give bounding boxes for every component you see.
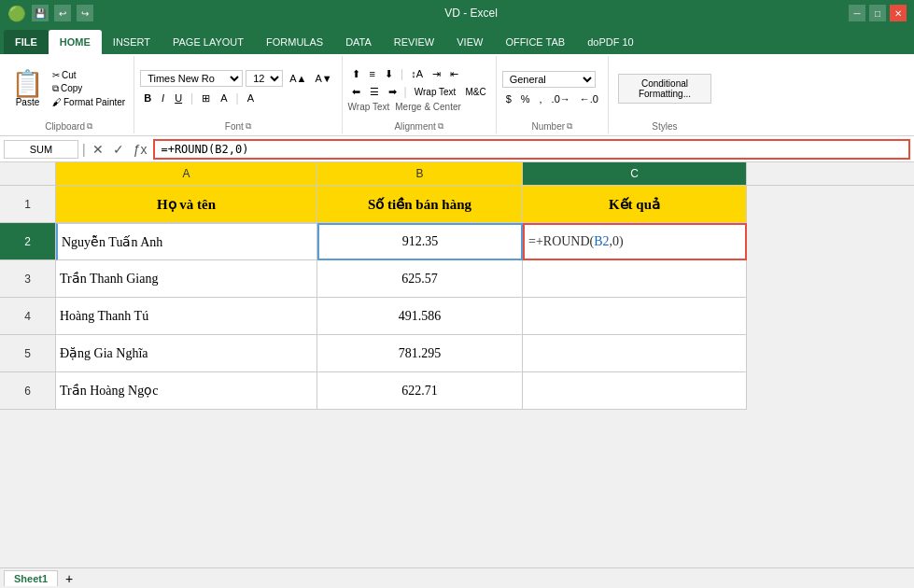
clipboard-group: 📋 Paste ✂ Cut ⧉ Copy 🖌 [4, 56, 134, 133]
row-header-3[interactable]: 3 [0, 260, 56, 298]
cell-a4[interactable]: Hoàng Thanh Tú [56, 298, 317, 335]
row-header-5[interactable]: 5 [0, 335, 56, 372]
name-box[interactable] [4, 140, 78, 159]
tab-data[interactable]: DATA [334, 30, 383, 54]
sheet-tabs: Sheet1 + [0, 567, 914, 588]
insert-function-button[interactable]: ƒx [131, 141, 150, 158]
tab-file[interactable]: FILE [4, 30, 49, 54]
tab-dopdf[interactable]: doPDF 10 [576, 30, 645, 54]
row-header-6[interactable]: 6 [0, 372, 56, 410]
underline-button[interactable]: U [171, 91, 186, 105]
currency-button[interactable]: $ [502, 91, 515, 106]
cell-c1[interactable]: Kết quả [523, 186, 747, 223]
font-size-select[interactable]: 12 [246, 70, 283, 87]
paste-button[interactable]: 📋 Paste [9, 69, 46, 109]
align-row-1: ⬆ ≡ ⬇ | ↕A ⇥ ⇤ [348, 66, 490, 82]
font-color-button[interactable]: A [244, 91, 258, 105]
cancel-formula-button[interactable]: ✕ [90, 141, 106, 158]
add-sheet-button[interactable]: + [60, 571, 78, 586]
font-name-select[interactable]: Times New Ro [140, 70, 243, 87]
tab-page-layout[interactable]: PAGE LAYOUT [162, 30, 255, 54]
font-decrease-button[interactable]: A▼ [311, 71, 335, 86]
copy-button[interactable]: ⧉ Copy [49, 82, 128, 95]
cell-b6[interactable]: 622.71 [317, 372, 523, 410]
col-headers: A B C [0, 162, 914, 186]
italic-button[interactable]: I [158, 91, 168, 105]
tab-formulas[interactable]: FORMULAS [255, 30, 334, 54]
percent-button[interactable]: % [517, 91, 534, 106]
confirm-formula-button[interactable]: ✓ [110, 141, 127, 158]
tab-insert[interactable]: INSERT [102, 30, 162, 54]
merge-center-button[interactable]: M&C [461, 85, 489, 99]
comma-button[interactable]: , [536, 91, 546, 106]
cell-a1[interactable]: Họ và tên [56, 186, 317, 223]
cell-a2[interactable]: Nguyễn Tuấn Anh [56, 223, 317, 260]
cell-a6[interactable]: Trần Hoàng Ngọc [56, 372, 317, 410]
align-middle-button[interactable]: ≡ [366, 66, 379, 81]
indent-decrease-button[interactable]: ⇤ [446, 66, 462, 82]
align-row-3: Wrap Text Merge & Center [348, 102, 490, 112]
formula-input[interactable] [153, 139, 910, 160]
cut-button[interactable]: ✂ Cut [49, 69, 128, 81]
align-sep2: | [404, 85, 407, 98]
increase-decimal-button[interactable]: .0→ [548, 91, 574, 106]
number-format-select[interactable]: General [502, 71, 596, 88]
col-header-b[interactable]: B [317, 162, 523, 185]
col-header-a[interactable]: A [56, 162, 317, 185]
font-label-text: Font [225, 121, 244, 132]
save-button[interactable]: 💾 [32, 5, 49, 21]
tab-view[interactable]: VIEW [445, 30, 494, 54]
align-right-button[interactable]: ➡ [385, 84, 401, 100]
cell-b1[interactable]: Số tiền bán hàng [317, 186, 523, 223]
cell-c5[interactable] [523, 335, 747, 372]
redo-button[interactable]: ↪ [77, 5, 93, 21]
sheet-tab-1[interactable]: Sheet1 [4, 570, 58, 586]
cell-c2[interactable]: =+ROUND(B2,0) [523, 223, 747, 260]
font-row-1: Times New Ro 12 A▲ A▼ [140, 70, 335, 87]
cell-a5[interactable]: Đặng Gia Nghĩa [56, 335, 317, 372]
text-direction-button[interactable]: ↕A [407, 66, 427, 81]
cell-b2[interactable]: 912.35 [317, 223, 523, 260]
cell-b3[interactable]: 625.57 [317, 260, 523, 298]
conditional-formatting-button[interactable]: ConditionalFormatting... [618, 74, 711, 104]
cell-b5[interactable]: 781.295 [317, 335, 523, 372]
decrease-decimal-button[interactable]: ←.0 [576, 91, 602, 106]
fill-color-button[interactable]: A [217, 91, 231, 105]
font-increase-button[interactable]: A▲ [286, 71, 310, 86]
indent-increase-button[interactable]: ⇥ [429, 66, 444, 82]
align-left-button[interactable]: ⬅ [348, 84, 364, 100]
row-header-4[interactable]: 4 [0, 298, 56, 335]
number-row: $ % , .0→ ←.0 [502, 91, 602, 106]
cell-c6[interactable] [523, 372, 747, 410]
tab-office-tab[interactable]: OFFICE TAB [494, 30, 576, 54]
formula-bar: | ✕ ✓ ƒx [0, 136, 914, 162]
cell-c3[interactable] [523, 260, 747, 298]
scissors-icon: ✂ [52, 70, 60, 80]
borders-button[interactable]: ⊞ [198, 91, 214, 106]
close-button[interactable]: ✕ [890, 5, 907, 21]
cell-a3[interactable]: Trần Thanh Giang [56, 260, 317, 298]
format-painter-button[interactable]: 🖌 Format Painter [49, 96, 128, 108]
row-header-2[interactable]: 2 [0, 223, 56, 260]
grid-row-2: Nguyễn Tuấn Anh 912.35 =+ROUND(B2,0) [56, 223, 914, 260]
alignment-expand-icon[interactable]: ⧉ [438, 121, 443, 132]
tab-home[interactable]: HOME [49, 30, 102, 54]
cell-b4[interactable]: 491.586 [317, 298, 523, 335]
bold-button[interactable]: B [140, 91, 155, 105]
tab-review[interactable]: REVIEW [383, 30, 445, 54]
align-center-button[interactable]: ☰ [366, 84, 383, 100]
align-top-button[interactable]: ⬆ [348, 66, 364, 82]
row-header-1[interactable]: 1 [0, 186, 56, 223]
align-bottom-button[interactable]: ⬇ [381, 66, 397, 82]
formula-text-suffix: ,0) [610, 234, 624, 249]
clipboard-expand-icon[interactable]: ⧉ [87, 121, 92, 132]
number-expand-icon[interactable]: ⧉ [567, 121, 572, 132]
paste-icon: 📋 [11, 71, 44, 97]
font-expand-icon[interactable]: ⧉ [246, 121, 251, 132]
minimize-button[interactable]: ─ [849, 5, 865, 21]
wrap-text-button[interactable]: Wrap Text [411, 85, 460, 99]
cell-c4[interactable] [523, 298, 747, 335]
maximize-button[interactable]: □ [869, 5, 886, 21]
undo-button[interactable]: ↩ [54, 5, 71, 21]
col-header-c[interactable]: C [523, 162, 747, 185]
